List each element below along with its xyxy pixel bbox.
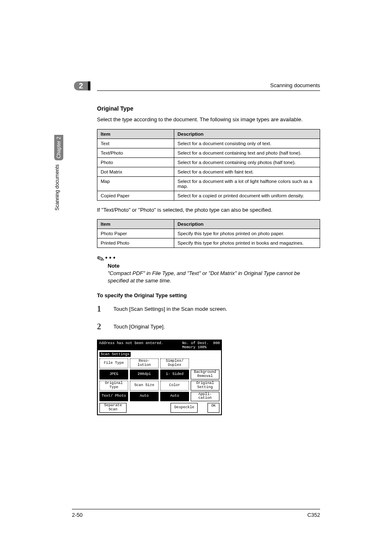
lcd-button: Color: [160, 381, 189, 391]
table-cell: Printed Photo: [97, 238, 174, 248]
original-type-table: Item Description TextSelect for a docume…: [97, 129, 320, 201]
table-header: Description: [174, 129, 320, 139]
note-block: ✎••• Note "Compact PDF" in File Type, an…: [97, 254, 320, 284]
table-row: Photo PaperSpecify this type for photos …: [97, 229, 320, 238]
lcd-memory: Memory 100%: [182, 345, 206, 349]
table-cell: Specify this type for photos printed on …: [174, 229, 320, 238]
table-cell: Text/Photo: [97, 148, 174, 157]
step-1: 1 Touch [Scan Settings] in the Scan mode…: [97, 304, 320, 314]
lcd-value: JPEG: [99, 370, 128, 379]
chapter-marker: 2: [74, 81, 88, 90]
lcd-value: 1- Sided: [160, 370, 189, 379]
table-header: Item: [97, 220, 174, 229]
model-number: C352: [307, 512, 320, 518]
side-chapter-tab: Chapter 2: [54, 135, 63, 160]
table-cell: Dot Matrix: [97, 167, 174, 176]
table-cell: Photo: [97, 157, 174, 167]
table-cell: Select for a document with a lot of ligh…: [174, 176, 320, 191]
step-text: Touch [Scan Settings] in the Scan mode s…: [113, 304, 227, 312]
table-row: Printed PhotoSpecify this type for photo…: [97, 238, 320, 248]
lcd-button: Despeckle: [171, 403, 198, 413]
table-row: PhotoSelect for a document containing on…: [97, 157, 320, 167]
lcd-button: Separate Scan: [99, 403, 127, 413]
table-cell: Select for a document consisting only of…: [174, 139, 320, 148]
note-label: Note: [108, 263, 320, 269]
table-cell: Text: [97, 139, 174, 148]
step-number: 1: [97, 304, 113, 314]
table-row: Dot MatrixSelect for a document with fai…: [97, 167, 320, 176]
pen-icon: ✎: [95, 253, 106, 266]
lcd-button: Original Type: [99, 381, 128, 391]
table-cell: Select for a document with faint text.: [174, 167, 320, 176]
intro-paragraph: Select the type according to the documen…: [97, 116, 320, 123]
lcd-button: Simplex/ Duplex: [160, 358, 189, 368]
step-2: 2 Touch [Original Type].: [97, 322, 320, 331]
lcd-button: Original Setting: [191, 381, 219, 391]
lcd-button: Reso- lution: [130, 358, 159, 368]
table-cell: Specify this type for photos printed in …: [174, 238, 320, 248]
procedure-title: To specify the Original Type setting: [97, 292, 320, 298]
photo-type-table: Item Description Photo PaperSpecify this…: [97, 219, 320, 248]
page-number: 2-50: [72, 512, 83, 518]
lcd-value: Auto: [130, 392, 159, 402]
lcd-button: Scan Size: [130, 381, 159, 391]
table-cell: Photo Paper: [97, 229, 174, 238]
lcd-button: Appli- cation: [191, 392, 219, 402]
table-cell: Copied Paper: [97, 191, 174, 200]
table-cell: Map: [97, 176, 174, 191]
lcd-dest-label: No. of Dest.: [182, 341, 209, 345]
lcd-value: Auto: [160, 392, 189, 402]
step-number: 2: [97, 322, 113, 331]
table-header: Item: [97, 129, 174, 139]
lcd-button: File Type: [99, 358, 128, 368]
page-footer: 2-50 C352: [72, 509, 320, 518]
lcd-ok-button: OK: [208, 403, 219, 413]
table-row: Text/PhotoSelect for a document containi…: [97, 148, 320, 157]
lcd-status: Address has not been entered.: [99, 341, 164, 349]
lcd-value: 200dpi: [130, 370, 159, 379]
lcd-panel-title: Scan Settings: [99, 352, 131, 357]
note-body: "Compact PDF" in File Type, and "Text" o…: [108, 270, 320, 284]
lcd-screenshot: Address has not been entered. No. of Des…: [97, 340, 222, 415]
lcd-button: Background Removal: [191, 370, 219, 379]
table-row: MapSelect for a document with a lot of l…: [97, 176, 320, 191]
table-header: Description: [174, 220, 320, 229]
lcd-dest-value: 000: [213, 341, 220, 345]
side-section-label: Scanning documents: [54, 164, 63, 210]
table-cell: Select for a copied or printed document …: [174, 191, 320, 200]
table-cell: Select for a document containing only ph…: [174, 157, 320, 167]
mid-paragraph: If "Text/Photo" or "Photo" is selected, …: [97, 206, 320, 214]
section-title: Original Type: [97, 105, 320, 112]
dots-icon: •••: [105, 254, 117, 261]
lcd-value: Text/ Photo: [99, 392, 128, 402]
table-row: Copied PaperSelect for a copied or print…: [97, 191, 320, 200]
step-text: Touch [Original Type].: [113, 322, 165, 330]
header-rule: [97, 90, 320, 91]
table-cell: Select for a document containing text an…: [174, 148, 320, 157]
running-head: Scanning documents: [270, 82, 320, 88]
table-row: TextSelect for a document consisting onl…: [97, 139, 320, 148]
